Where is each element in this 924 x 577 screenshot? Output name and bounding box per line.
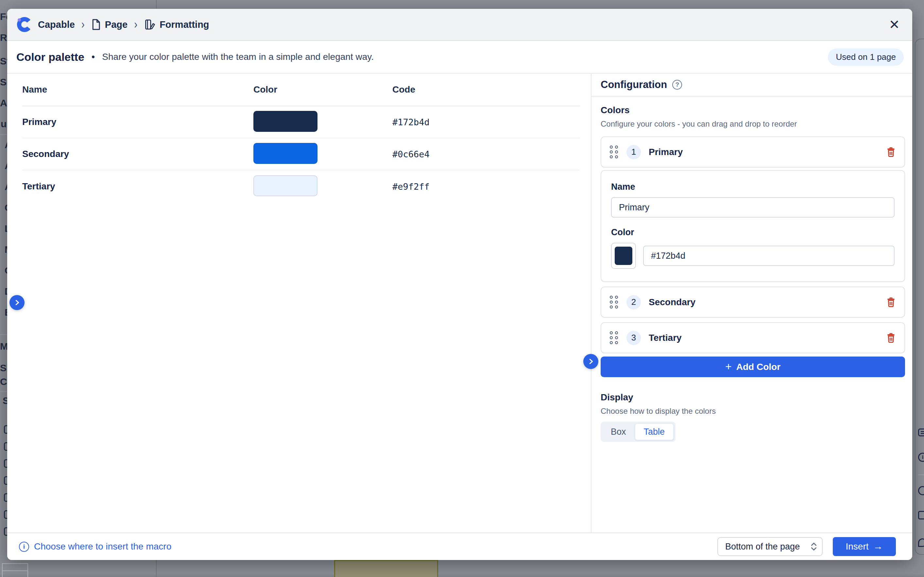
help-icon[interactable]: ? <box>672 80 682 90</box>
insert-button[interactable]: Insert → <box>833 537 896 556</box>
breadcrumb-app[interactable]: Capable <box>38 19 75 30</box>
chevron-right-icon: › <box>81 18 85 31</box>
configuration-panel: Configuration ? Colors Configure your co… <box>591 74 912 532</box>
color-swatch <box>253 143 318 164</box>
color-swatch <box>615 247 632 265</box>
background-right-toolbar: i <box>915 39 924 555</box>
display-description: Choose how to display the colors <box>601 406 905 416</box>
flag-icon <box>918 538 924 547</box>
name-input[interactable] <box>611 197 895 218</box>
color-label: Color <box>611 227 895 237</box>
color-item-primary[interactable]: 1 Primary <box>601 136 905 168</box>
comment-icon <box>918 429 924 436</box>
table-row: Primary #172b4d <box>22 106 580 139</box>
macro-editor-dialog: Capable › Page › Formatting ✕ Color pale… <box>7 9 912 560</box>
palette-table: Name Color Code Primary #172b4d Secondar… <box>22 74 580 203</box>
color-swatch <box>253 111 318 132</box>
formatting-macro-icon <box>144 19 156 31</box>
dialog-footer: i Choose where to insert the macro Botto… <box>7 532 912 560</box>
color-field-row <box>611 243 895 269</box>
capable-logo-icon <box>17 17 32 32</box>
dialog-header: Color palette • Share your color palette… <box>7 41 912 74</box>
page-description: Share your color palette with the team i… <box>102 52 374 62</box>
item-index-badge: 1 <box>627 145 641 159</box>
colors-description: Configure your colors - you can drag and… <box>601 119 905 129</box>
macro-preview: Name Color Code Primary #172b4d Secondar… <box>7 74 591 532</box>
clock-icon <box>918 486 924 495</box>
info-icon: i <box>918 453 924 462</box>
color-picker-button[interactable] <box>611 243 636 269</box>
breadcrumb-macro[interactable]: Formatting <box>159 19 209 30</box>
display-option-table[interactable]: Table <box>635 423 674 440</box>
breadcrumb: Capable › Page › Formatting ✕ <box>7 9 912 41</box>
drag-handle-icon[interactable] <box>610 331 618 344</box>
add-color-button[interactable]: + Add Color <box>601 356 905 377</box>
display-mode-toggle: Box Table <box>601 422 675 442</box>
select-stepper-icon <box>810 542 817 552</box>
drag-handle-icon[interactable] <box>610 145 618 158</box>
square-icon <box>918 511 924 519</box>
color-item-tertiary[interactable]: 3 Tertiary <box>601 322 905 353</box>
display-heading: Display <box>601 392 905 403</box>
table-row: Secondary #0c66e4 <box>22 139 580 171</box>
drag-handle-icon[interactable] <box>610 296 618 308</box>
hex-input[interactable] <box>643 246 895 266</box>
info-icon: i <box>19 542 29 552</box>
item-index-badge: 2 <box>627 295 641 309</box>
dialog-body: Name Color Code Primary #172b4d Secondar… <box>7 74 912 532</box>
breadcrumb-page[interactable]: Page <box>105 19 127 30</box>
colors-heading: Colors <box>601 105 905 116</box>
table-row: Tertiary #e9f2ff <box>22 171 580 203</box>
color-item-secondary[interactable]: 2 Secondary <box>601 287 905 318</box>
arrow-right-icon: → <box>873 541 883 552</box>
chevron-right-icon: › <box>134 18 137 31</box>
color-swatch <box>253 175 318 196</box>
configuration-title: Configuration <box>601 79 667 90</box>
background-divider <box>156 560 157 577</box>
close-button[interactable]: ✕ <box>886 17 902 32</box>
background-page-bottom <box>0 560 924 577</box>
color-editor: Name Color <box>601 170 905 282</box>
configuration-header: Configuration ? <box>591 74 912 97</box>
background-divider <box>156 0 157 9</box>
delete-color-button[interactable] <box>886 332 896 343</box>
column-header-color: Color <box>253 84 392 95</box>
column-header-code: Code <box>392 84 580 95</box>
delete-color-button[interactable] <box>886 297 896 308</box>
name-label: Name <box>611 182 895 192</box>
insert-position-select[interactable]: Bottom of the page <box>717 537 823 556</box>
table-header-row: Name Color Code <box>22 74 580 106</box>
background-table-fragment <box>2 563 28 577</box>
title-separator: • <box>92 52 95 63</box>
page-title: Color palette <box>16 51 84 63</box>
display-option-box[interactable]: Box <box>602 423 635 440</box>
collapse-config-button[interactable] <box>583 354 598 369</box>
item-index-badge: 3 <box>627 331 641 345</box>
column-header-name: Name <box>22 84 253 95</box>
toolbar-divider <box>918 474 924 475</box>
background-highlighted-table-cell <box>334 560 438 577</box>
page-icon <box>91 19 101 31</box>
insert-location-link[interactable]: i Choose where to insert the macro <box>19 542 171 552</box>
plus-icon: + <box>725 360 732 373</box>
expand-left-panel-button[interactable] <box>10 295 24 310</box>
delete-color-button[interactable] <box>886 147 896 157</box>
usage-badge: Used on 1 page <box>828 48 904 66</box>
